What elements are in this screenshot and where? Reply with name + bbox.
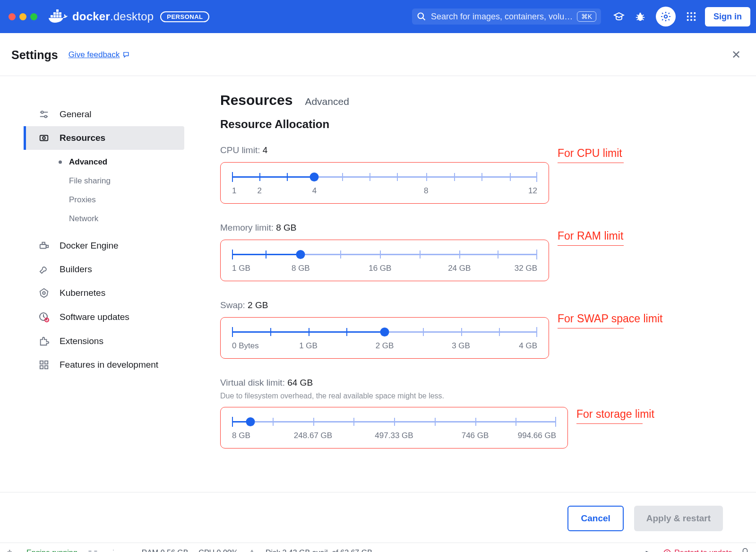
- svg-rect-36: [42, 242, 45, 245]
- svg-rect-44: [45, 366, 48, 369]
- sidebar-item-docker-engine[interactable]: Docker Engine: [24, 234, 184, 258]
- memory-limit-slider[interactable]: 1 GB 8 GB 16 GB 24 GB 32 GB: [220, 240, 549, 281]
- window-controls[interactable]: [9, 13, 37, 20]
- cpu-limit-value: 4: [263, 145, 268, 155]
- subnav-proxies[interactable]: Proxies: [69, 190, 184, 209]
- subnav-network[interactable]: Network: [69, 209, 184, 228]
- topbar-actions: [613, 7, 696, 26]
- disk-limit-note: Due to filesystem overhead, the real ava…: [220, 392, 737, 400]
- crumb-resources: Resources: [220, 92, 292, 108]
- feedback-link[interactable]: Give feedback: [69, 50, 131, 60]
- close-icon[interactable]: ✕: [728, 46, 745, 63]
- svg-point-10: [638, 14, 643, 21]
- svg-rect-41: [40, 361, 43, 364]
- subnav-advanced[interactable]: Advanced: [69, 153, 184, 172]
- brand-bold: docker: [72, 10, 110, 23]
- disk-limit-slider[interactable]: 8 GB 248.67 GB 497.33 GB 746 GB 994.66 G…: [220, 407, 568, 448]
- settings-actions: Cancel Apply & restart: [0, 492, 756, 543]
- svg-point-18: [664, 15, 667, 18]
- svg-point-8: [418, 13, 424, 19]
- memory-limit-value: 8 GB: [276, 223, 296, 233]
- app-logo: docker.desktop PERSONAL: [49, 9, 209, 24]
- status-ram: RAM 0.56 GB: [142, 549, 189, 552]
- svg-line-17: [643, 19, 644, 20]
- terminal-icon[interactable]: >_: [645, 548, 654, 552]
- sidebar-item-label: Builders: [60, 264, 92, 275]
- status-bar: Engine running ▮▮ ⋮ RAM 0.56 GB CPU 0.00…: [0, 543, 756, 552]
- search-input[interactable]: Search for images, containers, volu… ⌘K: [412, 9, 601, 25]
- sidebar-item-label: Resources: [60, 133, 105, 143]
- sidebar-item-general[interactable]: General: [24, 103, 184, 126]
- docker-status-icon: [7, 548, 16, 552]
- bell-icon[interactable]: [741, 548, 749, 552]
- svg-line-9: [423, 18, 425, 20]
- engine-icon: [38, 241, 50, 251]
- svg-line-16: [637, 19, 638, 20]
- swap-limit-value: 2 GB: [248, 300, 268, 310]
- swap-limit-slider[interactable]: 0 Bytes 1 GB 2 GB 3 GB 4 GB: [220, 317, 549, 359]
- svg-point-30: [41, 111, 43, 113]
- svg-point-25: [687, 19, 689, 21]
- svg-rect-32: [40, 136, 48, 141]
- alert-icon: [663, 549, 671, 552]
- pause-icon[interactable]: ▮▮: [88, 548, 99, 552]
- search-shortcut: ⌘K: [577, 11, 596, 22]
- annotation-disk: For storage limit: [576, 408, 654, 424]
- minimize-window-icon[interactable]: [19, 13, 26, 20]
- svg-rect-1: [53, 15, 56, 17]
- signin-button[interactable]: Sign in: [705, 7, 750, 26]
- svg-rect-5: [56, 12, 59, 15]
- search-icon: [417, 12, 426, 21]
- cancel-button[interactable]: Cancel: [567, 506, 623, 531]
- resources-subnav: Advanced File sharing Proxies Network: [69, 153, 184, 228]
- kebab-menu-icon[interactable]: ⋮: [110, 548, 117, 552]
- svg-rect-7: [56, 9, 59, 12]
- svg-point-26: [690, 19, 692, 21]
- sidebar-item-builders[interactable]: Builders: [24, 258, 184, 281]
- disk-limit-value: 64 GB: [287, 378, 313, 388]
- annotation-swap: For SWAP space limit: [558, 312, 662, 328]
- sidebar-item-label: Features in development: [60, 360, 158, 370]
- engine-status[interactable]: Engine running: [26, 549, 77, 552]
- sidebar-item-features-dev[interactable]: Features in development: [24, 353, 184, 377]
- docker-whale-icon: [49, 9, 68, 24]
- sidebar-item-updates[interactable]: Software updates: [24, 305, 184, 329]
- svg-rect-0: [51, 15, 53, 17]
- svg-point-19: [687, 12, 689, 14]
- maximize-window-icon[interactable]: [30, 13, 37, 20]
- page-title: Settings: [11, 48, 58, 62]
- svg-marker-37: [40, 289, 48, 297]
- breadcrumb: Resources Advanced: [220, 92, 737, 108]
- section-title: Resource Allocation: [220, 118, 737, 131]
- wrench-icon: [38, 264, 50, 275]
- sliders-icon: [38, 109, 50, 120]
- sidebar-item-resources[interactable]: Resources: [24, 126, 184, 150]
- svg-point-31: [44, 115, 47, 118]
- page-header: Settings Give feedback ✕: [0, 33, 756, 76]
- sidebar-item-label: Kubernetes: [60, 288, 105, 298]
- swap-limit-block: Swap: 2 GB 0 Bytes: [220, 300, 737, 359]
- settings-icon[interactable]: [656, 7, 676, 26]
- sidebar-item-extensions[interactable]: Extensions: [24, 329, 184, 353]
- bug-icon[interactable]: [635, 11, 645, 22]
- subnav-file-sharing[interactable]: File sharing: [69, 172, 184, 190]
- learn-icon[interactable]: [613, 11, 625, 22]
- svg-rect-11: [639, 13, 641, 15]
- annotation-cpu: For CPU limit: [558, 147, 624, 163]
- close-window-icon[interactable]: [9, 13, 16, 20]
- sidebar-item-label: Extensions: [60, 336, 103, 346]
- license-badge: PERSONAL: [160, 11, 209, 22]
- svg-point-20: [690, 12, 692, 14]
- cpu-limit-slider[interactable]: 1 2 4 8 12: [220, 162, 549, 204]
- topbar: docker.desktop PERSONAL Search for image…: [0, 0, 756, 33]
- svg-rect-3: [59, 15, 61, 17]
- restart-to-update[interactable]: Restart to update: [663, 549, 732, 552]
- svg-rect-42: [45, 361, 48, 364]
- sidebar-item-kubernetes[interactable]: Kubernetes: [24, 281, 184, 305]
- grid-menu-icon[interactable]: [686, 11, 696, 22]
- status-cpu: CPU 0.00%: [198, 549, 238, 552]
- feedback-icon: [122, 51, 130, 59]
- settings-main: Resources Advanced Resource Allocation C…: [184, 76, 756, 492]
- svg-point-22: [687, 16, 689, 17]
- svg-rect-43: [40, 366, 43, 369]
